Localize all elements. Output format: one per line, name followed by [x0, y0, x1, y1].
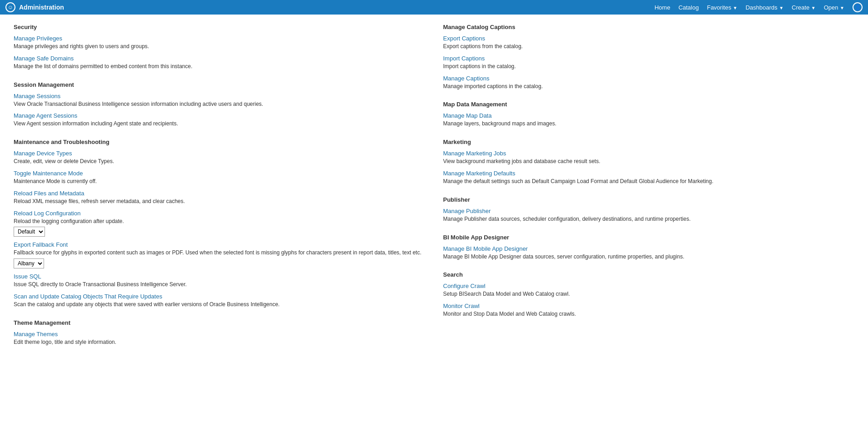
section-title-5: Search [443, 271, 855, 278]
item-desc-4-0: Manage BI Mobile App Designer data sourc… [443, 253, 684, 260]
list-item: Monitor CrawlMonitor and Stop Data Model… [443, 303, 855, 318]
item-link-1-0[interactable]: Manage Map Data [443, 112, 855, 119]
nav-open[interactable]: Open ▼ [824, 4, 844, 11]
item-link-4-0[interactable]: Manage BI Mobile App Designer [443, 245, 855, 252]
item-link-2-1[interactable]: Toggle Maintenance Mode [14, 170, 425, 177]
section-title-0: Security [14, 24, 425, 30]
user-profile-icon[interactable]: 👤 [853, 2, 863, 12]
app-title: Administration [19, 4, 64, 11]
section-2: MarketingManage Marketing JobsView backg… [443, 139, 855, 185]
section-title-2: Maintenance and Troubleshooting [14, 139, 425, 145]
list-item: Manage Safe DomainsManage the list of do… [14, 55, 425, 70]
list-item: Manage PrivilegesManage privileges and r… [14, 35, 425, 50]
section-0: SecurityManage PrivilegesManage privileg… [14, 24, 425, 70]
item-desc-2-1: Maintenance Mode is currently off. [14, 178, 97, 184]
list-item: Toggle Maintenance ModeMaintenance Mode … [14, 170, 425, 185]
section-title-1: Session Management [14, 81, 425, 88]
list-item: Configure CrawlSetup BISearch Data Model… [443, 283, 855, 298]
item-select-2-4[interactable]: Albany [14, 258, 44, 268]
list-item: Manage Marketing JobsView background mar… [443, 150, 855, 165]
item-desc-0-2: Manage imported captions in the catalog. [443, 83, 543, 89]
section-3: PublisherManage PublisherManage Publishe… [443, 196, 855, 223]
content-grid: SecurityManage PrivilegesManage privileg… [14, 24, 854, 357]
item-link-2-6[interactable]: Scan and Update Catalog Objects That Req… [14, 293, 425, 300]
item-link-3-0[interactable]: Manage Themes [14, 331, 425, 338]
list-item: Manage Device TypesCreate, edit, view or… [14, 150, 425, 165]
item-desc-2-6: Scan the catalog and update any objects … [14, 301, 280, 308]
item-link-3-0[interactable]: Manage Publisher [443, 208, 855, 214]
item-desc-0-0: Export captions from the catalog. [443, 43, 523, 50]
list-item: Import CaptionsImport captions in the ca… [443, 55, 855, 70]
item-link-2-3[interactable]: Reload Log Configuration [14, 210, 425, 217]
topnav-left: ☺ Administration [5, 2, 64, 12]
item-desc-5-1: Monitor and Stop Data Model and Web Cata… [443, 311, 576, 317]
list-item: Issue SQLIssue SQL directly to Oracle Tr… [14, 273, 425, 288]
item-desc-2-3: Reload the logging configuration after u… [14, 218, 124, 224]
nav-home[interactable]: Home [655, 4, 670, 11]
item-link-2-0[interactable]: Manage Device Types [14, 150, 425, 157]
item-link-2-5[interactable]: Issue SQL [14, 273, 425, 280]
section-1: Map Data ManagementManage Map DataManage… [443, 101, 855, 128]
list-item: Scan and Update Catalog Objects That Req… [14, 293, 425, 308]
item-desc-2-0: Create, edit, view or delete Device Type… [14, 158, 114, 164]
section-title-4: BI Mobile App Designer [443, 234, 855, 241]
list-item: Reload Log ConfigurationReload the loggi… [14, 210, 425, 237]
list-item: Reload Files and MetadataReload XML mess… [14, 190, 425, 205]
item-link-1-0[interactable]: Manage Sessions [14, 93, 425, 99]
section-title-3: Publisher [443, 196, 855, 203]
item-desc-2-4: Fallback source for glyphs in exported c… [14, 249, 422, 256]
section-0: Manage Catalog CaptionsExport CaptionsEx… [443, 24, 855, 90]
list-item: Manage SessionsView Oracle Transactional… [14, 93, 425, 108]
topnav: ☺ Administration Home Catalog Favorites … [0, 0, 868, 15]
item-desc-3-0: Manage Publisher data sources, scheduler… [443, 216, 691, 222]
right-column: Manage Catalog CaptionsExport CaptionsEx… [443, 24, 855, 357]
list-item: Export Fallback FontFallback source for … [14, 241, 425, 268]
section-title-1: Map Data Management [443, 101, 855, 108]
section-5: SearchConfigure CrawlSetup BISearch Data… [443, 271, 855, 318]
section-title-2: Marketing [443, 139, 855, 145]
item-link-2-4[interactable]: Export Fallback Font [14, 241, 425, 248]
item-link-2-2[interactable]: Reload Files and Metadata [14, 190, 425, 197]
section-2: Maintenance and TroubleshootingManage De… [14, 139, 425, 308]
item-desc-2-5: Issue SQL directly to Oracle Transaction… [14, 281, 187, 288]
item-link-0-1[interactable]: Import Captions [443, 55, 855, 62]
nav-catalog[interactable]: Catalog [679, 4, 699, 11]
section-4: BI Mobile App DesignerManage BI Mobile A… [443, 234, 855, 261]
item-desc-3-0: Edit theme logo, title and style informa… [14, 339, 116, 345]
section-3: Theme ManagementManage ThemesEdit theme … [14, 319, 425, 346]
item-desc-1-0: View Oracle Transactional Business Intel… [14, 101, 263, 107]
item-desc-1-1: View Agent session information including… [14, 120, 178, 127]
left-column: SecurityManage PrivilegesManage privileg… [14, 24, 425, 357]
item-desc-0-1: Manage the list of domains permitted to … [14, 63, 193, 70]
list-item: Manage Map DataManage layers, background… [443, 112, 855, 128]
item-desc-2-1: Manage the default settings such as Defa… [443, 178, 714, 184]
item-link-1-1[interactable]: Manage Agent Sessions [14, 112, 425, 119]
list-item: Manage PublisherManage Publisher data so… [443, 208, 855, 223]
section-title-3: Theme Management [14, 319, 425, 326]
item-link-2-0[interactable]: Manage Marketing Jobs [443, 150, 855, 157]
item-select-2-3[interactable]: Default [14, 227, 45, 237]
item-link-0-0[interactable]: Export Captions [443, 35, 855, 42]
list-item: Manage BI Mobile App DesignerManage BI M… [443, 245, 855, 261]
list-item: Manage CaptionsManage imported captions … [443, 75, 855, 90]
nav-dashboards[interactable]: Dashboards ▼ [745, 4, 784, 11]
item-link-0-0[interactable]: Manage Privileges [14, 35, 425, 42]
item-desc-0-1: Import captions in the catalog. [443, 63, 516, 70]
list-item: Manage Marketing DefaultsManage the defa… [443, 170, 855, 185]
user-icon: ☺ [5, 2, 15, 12]
section-title-0: Manage Catalog Captions [443, 24, 855, 30]
topnav-right: Home Catalog Favorites ▼ Dashboards ▼ Cr… [655, 2, 863, 12]
nav-favorites[interactable]: Favorites ▼ [707, 4, 737, 11]
item-desc-0-0: Manage privileges and rights given to us… [14, 43, 149, 50]
section-1: Session ManagementManage SessionsView Or… [14, 81, 425, 128]
item-link-2-1[interactable]: Manage Marketing Defaults [443, 170, 855, 177]
item-link-5-0[interactable]: Configure Crawl [443, 283, 855, 289]
item-link-5-1[interactable]: Monitor Crawl [443, 303, 855, 309]
item-link-0-1[interactable]: Manage Safe Domains [14, 55, 425, 62]
main-scroll: SecurityManage PrivilegesManage privileg… [0, 15, 868, 432]
nav-create[interactable]: Create ▼ [792, 4, 816, 11]
item-desc-1-0: Manage layers, background maps and image… [443, 120, 556, 127]
item-link-0-2[interactable]: Manage Captions [443, 75, 855, 82]
item-desc-2-0: View background marketing jobs and datab… [443, 158, 600, 164]
item-desc-5-0: Setup BISearch Data Model and Web Catalo… [443, 291, 570, 297]
